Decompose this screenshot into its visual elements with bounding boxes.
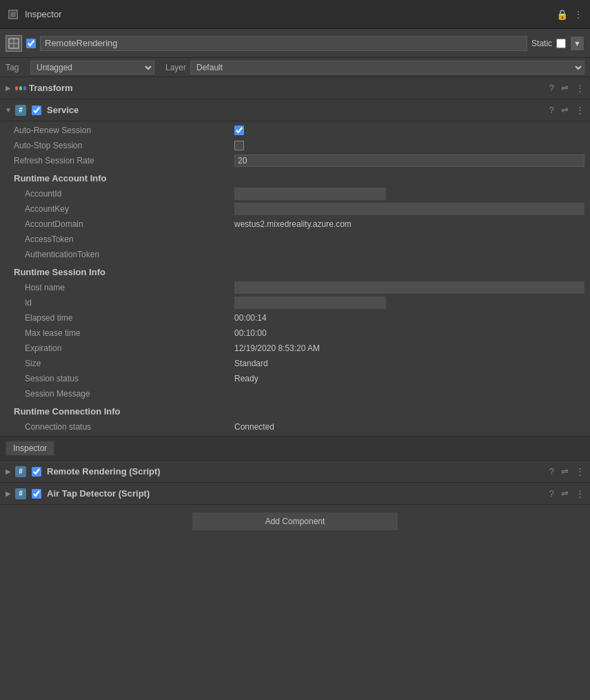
session-id-row: Id xyxy=(0,295,590,310)
max-lease-time-value: 00:10:00 xyxy=(234,328,584,338)
remote-rendering-expand-arrow[interactable] xyxy=(4,468,12,476)
remote-rendering-settings-btn[interactable]: ⇌ xyxy=(560,466,570,477)
title-bar-title: Inspector xyxy=(25,9,61,19)
auto-stop-session-row: Auto-Stop Session xyxy=(0,138,590,153)
auth-token-row: AuthenticationToken xyxy=(0,247,590,262)
runtime-session-info-header: Runtime Session Info xyxy=(0,262,590,280)
auto-renew-checkbox[interactable] xyxy=(234,126,244,135)
account-domain-value: westus2.mixedreality.azure.com xyxy=(234,219,584,229)
remote-rendering-active-checkbox[interactable] xyxy=(32,467,41,477)
transform-icon xyxy=(15,83,26,94)
account-id-row: AccountId xyxy=(0,186,590,201)
air-tap-script-title: Air Tap Detector (Script) xyxy=(47,488,545,499)
air-tap-expand-arrow[interactable] xyxy=(4,490,12,498)
add-component-button[interactable]: Add Component xyxy=(192,512,398,531)
remote-rendering-help-btn[interactable]: ? xyxy=(548,466,556,477)
gameobject-active-checkbox[interactable] xyxy=(26,39,36,48)
inspector-window-icon xyxy=(7,8,19,21)
transform-help-btn[interactable]: ? xyxy=(548,83,556,93)
tag-select[interactable]: Untagged xyxy=(30,61,154,74)
title-menu-icon[interactable]: ⋮ xyxy=(573,9,583,20)
auto-stop-checkbox[interactable] xyxy=(234,141,244,150)
max-lease-time-label: Max lease time xyxy=(14,328,234,338)
session-id-label: Id xyxy=(14,298,234,308)
runtime-connection-info-header: Runtime Connection Info xyxy=(0,401,590,419)
elapsed-time-row: Elapsed time 00:00:14 xyxy=(0,310,590,326)
elapsed-time-value: 00:00:14 xyxy=(234,313,584,323)
remote-rendering-script-header: # Remote Rendering (Script) ? ⇌ ⋮ xyxy=(0,461,590,483)
expiration-label: Expiration xyxy=(14,343,234,353)
max-lease-time-row: Max lease time 00:10:00 xyxy=(0,326,590,341)
expiration-value: 12/19/2020 8:53:20 AM xyxy=(234,343,584,353)
size-value: Standard xyxy=(234,359,584,368)
account-key-label: AccountKey xyxy=(14,204,234,214)
access-token-label: AccessToken xyxy=(14,234,234,244)
svg-rect-1 xyxy=(10,12,16,17)
transform-menu-btn[interactable]: ⋮ xyxy=(574,83,586,93)
account-domain-label: AccountDomain xyxy=(14,219,234,229)
elapsed-time-label: Elapsed time xyxy=(14,313,234,323)
service-menu-btn[interactable]: ⋮ xyxy=(574,105,586,115)
session-message-row: Session Message xyxy=(0,386,590,401)
inspector-tab-button[interactable]: Inspector xyxy=(6,441,54,456)
auto-stop-label: Auto-Stop Session xyxy=(14,141,234,150)
refresh-rate-label: Refresh Session Rate xyxy=(14,156,234,166)
session-status-row: Session status Ready xyxy=(0,371,590,386)
service-properties: Auto-Renew Session Auto-Stop Session Ref… xyxy=(0,121,590,436)
remote-rendering-script-actions: ? ⇌ ⋮ xyxy=(548,466,586,477)
session-id-input[interactable] xyxy=(234,297,386,309)
connection-status-label: Connection status xyxy=(14,422,234,432)
access-token-row: AccessToken xyxy=(0,232,590,247)
layer-label: Layer xyxy=(165,63,186,72)
gameobject-icon xyxy=(6,35,22,52)
remote-rendering-script-title: Remote Rendering (Script) xyxy=(47,466,545,477)
service-help-btn[interactable]: ? xyxy=(548,105,556,115)
air-tap-active-checkbox[interactable] xyxy=(32,489,41,499)
gameobject-name-input[interactable] xyxy=(40,36,527,51)
account-id-input[interactable] xyxy=(234,188,386,200)
session-status-label: Session status xyxy=(14,374,234,383)
air-tap-hash-icon: # xyxy=(15,488,26,499)
tag-layer-row: Tag Untagged Layer Default xyxy=(0,58,590,77)
connection-status-value: Connected xyxy=(234,422,584,432)
gameobject-row: Static ▼ xyxy=(0,29,590,58)
account-key-input[interactable] xyxy=(234,203,584,215)
transform-component-header: Transform ? ⇌ ⋮ xyxy=(0,77,590,99)
air-tap-settings-btn[interactable]: ⇌ xyxy=(560,488,570,499)
title-bar: Inspector 🔒 ⋮ xyxy=(0,0,590,29)
auto-renew-label: Auto-Renew Session xyxy=(14,126,234,135)
air-tap-menu-btn[interactable]: ⋮ xyxy=(574,488,586,499)
account-domain-row: AccountDomain westus2.mixedreality.azure… xyxy=(0,217,590,232)
air-tap-help-btn[interactable]: ? xyxy=(548,488,556,499)
transform-title: Transform xyxy=(29,83,545,93)
service-active-checkbox[interactable] xyxy=(32,106,41,115)
transform-settings-btn[interactable]: ⇌ xyxy=(560,83,570,93)
session-status-value: Ready xyxy=(234,374,584,383)
account-key-row: AccountKey xyxy=(0,201,590,217)
remote-rendering-menu-btn[interactable]: ⋮ xyxy=(574,466,586,477)
transform-expand-arrow[interactable] xyxy=(4,84,12,92)
connection-status-row: Connection status Connected xyxy=(0,419,590,434)
host-name-input[interactable] xyxy=(234,281,584,294)
service-settings-btn[interactable]: ⇌ xyxy=(560,105,570,115)
layer-select[interactable]: Default xyxy=(190,61,584,74)
runtime-session-info-title: Runtime Session Info xyxy=(14,267,105,277)
static-label: Static xyxy=(531,39,552,48)
static-checkbox[interactable] xyxy=(556,39,566,48)
lock-icon[interactable]: 🔒 xyxy=(556,9,568,20)
air-tap-script-actions: ? ⇌ ⋮ xyxy=(548,488,586,499)
auto-renew-session-row: Auto-Renew Session xyxy=(0,123,590,138)
air-tap-detector-script-header: # Air Tap Detector (Script) ? ⇌ ⋮ xyxy=(0,483,590,505)
tag-label: Tag xyxy=(6,63,26,72)
title-bar-actions: 🔒 ⋮ xyxy=(556,9,583,20)
expiration-row: Expiration 12/19/2020 8:53:20 AM xyxy=(0,341,590,356)
service-expand-arrow[interactable] xyxy=(4,106,12,114)
session-message-label: Session Message xyxy=(14,389,234,399)
refresh-rate-input[interactable] xyxy=(234,154,584,167)
service-actions: ? ⇌ ⋮ xyxy=(548,105,586,115)
runtime-connection-info-title: Runtime Connection Info xyxy=(14,406,121,417)
transform-actions: ? ⇌ ⋮ xyxy=(548,83,586,93)
static-dropdown-button[interactable]: ▼ xyxy=(570,36,584,51)
size-label: Size xyxy=(14,359,234,368)
refresh-rate-row: Refresh Session Rate xyxy=(0,153,590,168)
